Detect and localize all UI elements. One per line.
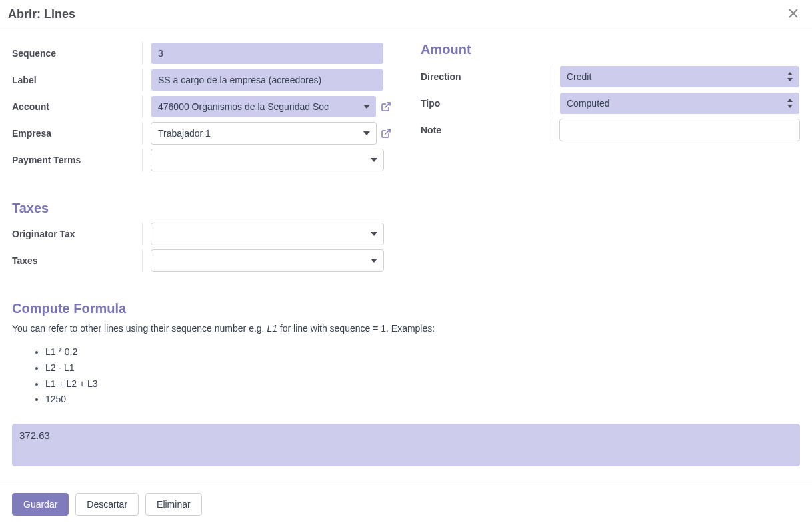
direction-select[interactable] [559, 65, 800, 88]
compute-description: You can refer to other lines using their… [12, 323, 800, 334]
sequence-input[interactable] [151, 42, 384, 65]
external-link-icon[interactable] [381, 101, 391, 112]
taxes-section-title: Taxes [12, 201, 800, 216]
field-empresa: Empresa [12, 122, 391, 145]
dialog-header: Abrir: Lines [0, 0, 812, 31]
tipo-label: Tipo [421, 92, 551, 115]
dialog-body: Sequence Label Account [0, 31, 812, 482]
field-tipo: Tipo [421, 92, 800, 115]
dialog-footer: Guardar Descartar Eliminar [0, 482, 812, 526]
right-column: Amount Direction [421, 42, 800, 175]
left-column: Sequence Label Account [12, 42, 391, 175]
field-account: Account [12, 95, 391, 118]
field-direction: Direction [421, 65, 800, 88]
taxes-select[interactable] [151, 249, 384, 272]
dialog-title: Abrir: Lines [8, 7, 75, 21]
field-taxes: Taxes [12, 249, 391, 272]
amount-section-title: Amount [421, 42, 800, 57]
empresa-label: Empresa [12, 122, 143, 145]
delete-button[interactable]: Eliminar [145, 493, 202, 516]
account-select[interactable] [151, 95, 377, 118]
list-item: L1 + L2 + L3 [45, 376, 800, 392]
external-link-icon[interactable] [381, 128, 391, 139]
label-input[interactable] [151, 69, 384, 91]
field-sequence: Sequence [12, 42, 391, 65]
close-icon[interactable] [785, 7, 801, 21]
note-input[interactable] [559, 119, 800, 141]
tipo-select[interactable] [559, 92, 800, 115]
direction-label: Direction [421, 65, 551, 88]
formula-input[interactable] [12, 424, 800, 466]
account-label: Account [12, 95, 143, 118]
dialog-open-lines: Abrir: Lines Sequence Label [0, 0, 812, 526]
list-item: L1 * 0.2 [45, 344, 800, 360]
field-originator-tax: Originator Tax [12, 223, 391, 245]
svg-line-3 [385, 129, 390, 134]
taxes-label: Taxes [12, 249, 143, 272]
discard-button[interactable]: Descartar [75, 493, 139, 516]
sequence-label: Sequence [12, 42, 143, 65]
list-item: L2 - L1 [45, 360, 800, 376]
payment-terms-select[interactable] [151, 149, 384, 171]
taxes-section: Taxes Originator Tax [12, 201, 800, 276]
note-label: Note [421, 119, 551, 141]
field-payment-terms: Payment Terms [12, 149, 391, 171]
svg-line-2 [385, 103, 390, 107]
main-columns: Sequence Label Account [12, 42, 800, 175]
originator-tax-select[interactable] [151, 223, 384, 245]
field-note: Note [421, 119, 800, 141]
compute-section-title: Compute Formula [12, 301, 800, 316]
originator-tax-label: Originator Tax [12, 223, 143, 245]
list-item: 1250 [45, 392, 800, 408]
save-button[interactable]: Guardar [12, 493, 69, 516]
payment-terms-label: Payment Terms [12, 149, 143, 171]
compute-formula-section: Compute Formula You can refer to other l… [12, 301, 800, 468]
field-label: Label [12, 69, 391, 91]
empresa-select[interactable] [151, 122, 377, 145]
compute-examples-list: L1 * 0.2 L2 - L1 L1 + L2 + L3 1250 [45, 344, 800, 408]
label-label: Label [12, 69, 143, 91]
